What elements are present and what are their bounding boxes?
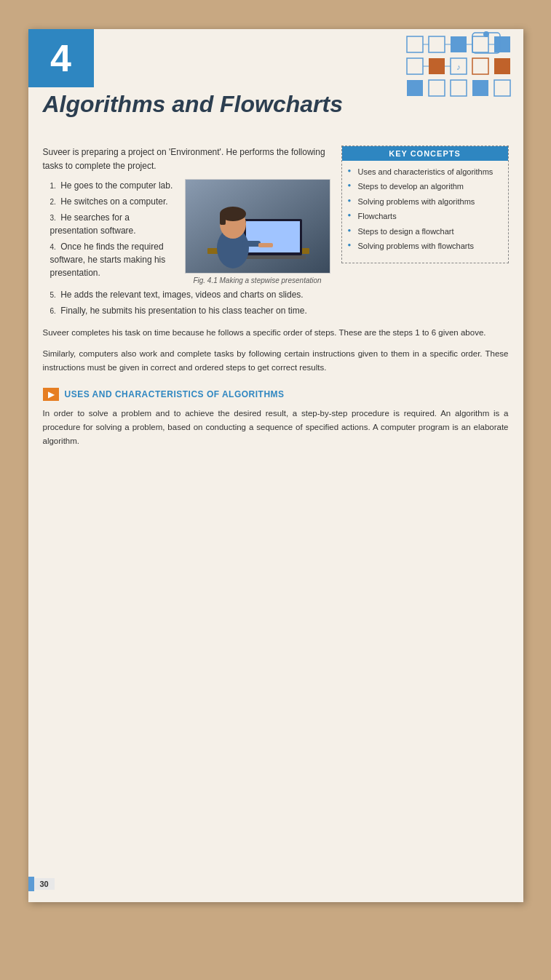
figure-image <box>185 179 330 274</box>
steps-list: 1. He goes to the computer lab. 2. He sw… <box>43 179 178 279</box>
key-concept-item: Solving problems with flowcharts <box>348 241 502 252</box>
step-item-2: 2. He switches on a computer. <box>50 195 178 208</box>
section-icon: ▶ <box>43 388 59 401</box>
figure-caption: Fig. 4.1 Making a stepwise presentation <box>185 276 330 284</box>
step-item-5: 5. He adds the relevant text, images, vi… <box>50 288 509 301</box>
svg-rect-11 <box>407 80 423 96</box>
svg-rect-0 <box>407 36 423 52</box>
svg-rect-6 <box>429 58 445 74</box>
svg-rect-33 <box>242 241 261 247</box>
svg-rect-9 <box>472 58 488 74</box>
svg-point-17 <box>483 31 489 37</box>
svg-rect-1 <box>429 36 445 52</box>
page-marker <box>28 877 34 891</box>
svg-text:♪: ♪ <box>456 63 461 71</box>
section-heading-row: ▶ Uses and Characteristics of Algorithms <box>43 388 509 401</box>
chapter-box: 4 <box>28 29 94 87</box>
svg-rect-12 <box>429 80 445 96</box>
svg-rect-32 <box>220 214 226 225</box>
step-item-4: 4. Once he finds the required software, … <box>50 240 178 279</box>
steps-list-continued: 5. He adds the relevant text, images, vi… <box>43 288 509 317</box>
key-concepts-list: Uses and characteristics of algorithms S… <box>342 167 508 252</box>
key-concepts-header: KEY CONCEPTS <box>342 146 508 161</box>
content-area: KEY CONCEPTS Uses and characteristics of… <box>43 146 509 455</box>
svg-rect-34 <box>258 243 273 247</box>
key-concept-item: Steps to design a flowchart <box>348 226 502 237</box>
page-container: ♪ 4 Algorithms and Flowcharts <box>28 29 523 902</box>
svg-rect-5 <box>407 58 423 74</box>
key-concepts-box: KEY CONCEPTS Uses and characteristics of… <box>341 146 509 263</box>
step-item-3: 3. He searches for a presentation softwa… <box>50 211 178 237</box>
body-para-2: Similarly, computers also work and compl… <box>43 347 509 375</box>
figure-svg <box>186 179 330 274</box>
svg-rect-27 <box>246 221 300 252</box>
section1-text: In order to solve a problem and to achie… <box>43 407 509 448</box>
decoration-svg: ♪ <box>363 29 523 124</box>
svg-rect-15 <box>494 80 510 96</box>
step-item-6: 6. Finally, he submits his presentation … <box>50 304 509 317</box>
svg-rect-28 <box>240 255 306 259</box>
step-item-1: 1. He goes to the computer lab. <box>50 179 178 192</box>
figure-container: Fig. 4.1 Making a stepwise presentation <box>185 179 330 284</box>
svg-rect-13 <box>451 80 467 96</box>
svg-rect-4 <box>494 36 510 52</box>
page-number-area: 30 <box>28 877 55 891</box>
section-heading: Uses and Characteristics of Algorithms <box>65 389 285 399</box>
key-concept-item: Steps to develop an algorithm <box>348 181 502 192</box>
svg-rect-14 <box>472 80 488 96</box>
key-concept-item: Flowcharts <box>348 211 502 222</box>
svg-rect-10 <box>494 58 510 74</box>
key-concept-item: Solving problems with algorithms <box>348 196 502 207</box>
steps-and-figure: 1. He goes to the computer lab. 2. He sw… <box>43 179 330 284</box>
page-number: 30 <box>34 878 55 890</box>
steps-left: 1. He goes to the computer lab. 2. He sw… <box>43 179 178 284</box>
body-para-1: Suveer completes his task on time becaus… <box>43 326 509 340</box>
key-concept-item: Uses and characteristics of algorithms <box>348 167 502 178</box>
chapter-number: 4 <box>50 36 71 80</box>
svg-rect-2 <box>451 36 467 52</box>
chapter-title: Algorithms and Flowcharts <box>43 91 343 118</box>
svg-rect-3 <box>472 36 488 52</box>
